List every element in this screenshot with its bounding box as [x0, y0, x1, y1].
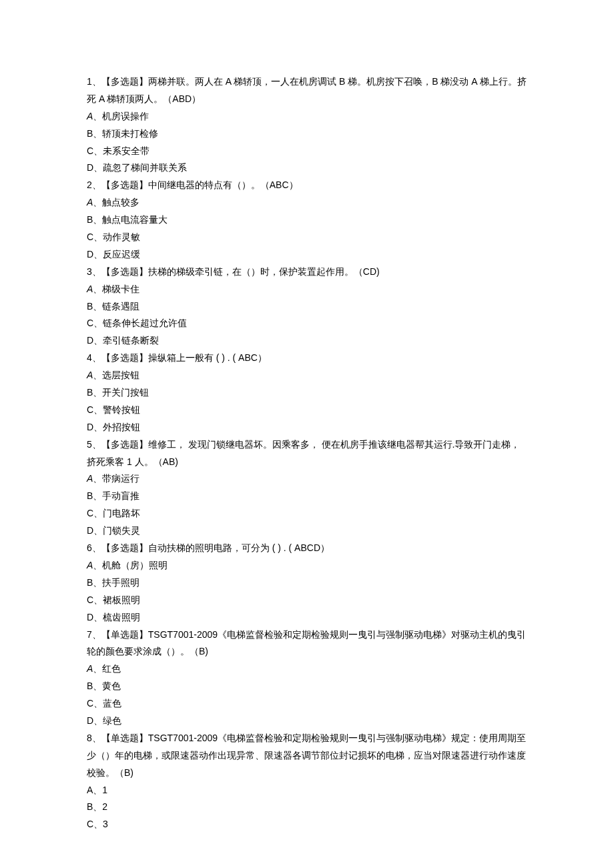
question-option: C、未系安全带 — [87, 143, 527, 160]
question-header: 3、【多选题】扶梯的梯级牵引链，在（）时，保护装置起作用。（CD) — [87, 264, 527, 281]
question-option: B、黄色 — [87, 678, 527, 695]
question-option: B、开关门按钮 — [87, 384, 527, 402]
question-header: 2、【多选题】中间继电器的特点有（）。（ABC） — [87, 177, 527, 194]
question-block: 2、【多选题】中间继电器的特点有（）。（ABC）A、触点较多B、触点电流容量大C… — [87, 177, 527, 263]
option-label: A — [87, 663, 93, 674]
question-header: 7、【单选题】TSGT7001-2009《电梯监督检验和定期检验规则一曳引与强制… — [87, 626, 527, 661]
question-option: C、警铃按钮 — [87, 402, 527, 419]
question-option: A、选层按钮 — [87, 367, 527, 384]
question-block: 7、【单选题】TSGT7001-2009《电梯监督检验和定期检验规则一曳引与强制… — [87, 626, 527, 730]
option-label: A — [87, 111, 93, 121]
option-label: A — [87, 560, 93, 570]
question-option: C、蓝色 — [87, 695, 527, 713]
question-option: A、带病运行 — [87, 470, 527, 488]
question-header: 8、【单选题】TSGT7001-2009《电梯监督检验和定期检验规则一曳引与强制… — [87, 730, 527, 782]
question-block: 5、【多选题】维修工， 发现门锁继电器坏。因乘客多， 便在机房手推该继电器帮其运… — [87, 436, 527, 540]
question-option: C、门电路坏 — [87, 505, 527, 522]
question-block: 3、【多选题】扶梯的梯级牵引链，在（）时，保护装置起作用。（CD)A、梯级卡住B… — [87, 264, 527, 350]
question-option: A、1 — [87, 782, 527, 799]
question-option: D、门锁失灵 — [87, 522, 527, 540]
question-option: D、梳齿照明 — [87, 609, 527, 626]
question-option: A、红色 — [87, 661, 527, 678]
question-option: C、链条伸长超过允许值 — [87, 315, 527, 332]
question-option: B、触点电流容量大 — [87, 211, 527, 229]
question-header: 4、【多选题】操纵箱上一般有 ( ) . ( ABC） — [87, 350, 527, 367]
question-block: 8、【单选题】TSGT7001-2009《电梯监督检验和定期检验规则一曳引与强制… — [87, 730, 527, 833]
option-label: A — [87, 370, 93, 380]
document-content: 1、【多选题】两梯并联。两人在 A 梯轿顶，一人在机房调试 B 梯。机房按下召唤… — [87, 73, 527, 833]
question-option: D、反应迟缓 — [87, 246, 527, 264]
question-option: A、机舱（房）照明 — [87, 557, 527, 574]
question-option: C、3 — [87, 816, 527, 833]
question-option: B、2 — [87, 799, 527, 816]
question-option: D、绿色 — [87, 713, 527, 730]
question-option: D、牵引链条断裂 — [87, 332, 527, 350]
question-option: C、裙板照明 — [87, 592, 527, 609]
option-label: A — [87, 473, 93, 484]
question-block: 6、【多选题】自动扶梯的照明电路，可分为 ( ) . ( ABCD）A、机舱（房… — [87, 540, 527, 626]
question-option: A、机房误操作 — [87, 108, 527, 125]
question-option: D、疏忽了梯间并联关系 — [87, 159, 527, 177]
question-header: 1、【多选题】两梯并联。两人在 A 梯轿顶，一人在机房调试 B 梯。机房按下召唤… — [87, 73, 527, 108]
question-option: A、梯级卡住 — [87, 281, 527, 298]
question-block: 1、【多选题】两梯并联。两人在 A 梯轿顶，一人在机房调试 B 梯。机房按下召唤… — [87, 73, 527, 177]
option-label: A — [87, 284, 93, 294]
question-option: B、链条遇阻 — [87, 298, 527, 316]
question-option: C、动作灵敏 — [87, 229, 527, 246]
question-option: B、轿顶未打检修 — [87, 125, 527, 143]
question-option: D、外招按钮 — [87, 419, 527, 436]
question-option: B、手动盲推 — [87, 488, 527, 505]
question-header: 5、【多选题】维修工， 发现门锁继电器坏。因乘客多， 便在机房手推该继电器帮其运… — [87, 436, 527, 471]
question-option: B、扶手照明 — [87, 574, 527, 592]
option-label: A — [87, 197, 93, 207]
question-block: 4、【多选题】操纵箱上一般有 ( ) . ( ABC）A、选层按钮B、开关门按钮… — [87, 350, 527, 436]
question-option: A、触点较多 — [87, 194, 527, 211]
question-header: 6、【多选题】自动扶梯的照明电路，可分为 ( ) . ( ABCD） — [87, 540, 527, 557]
